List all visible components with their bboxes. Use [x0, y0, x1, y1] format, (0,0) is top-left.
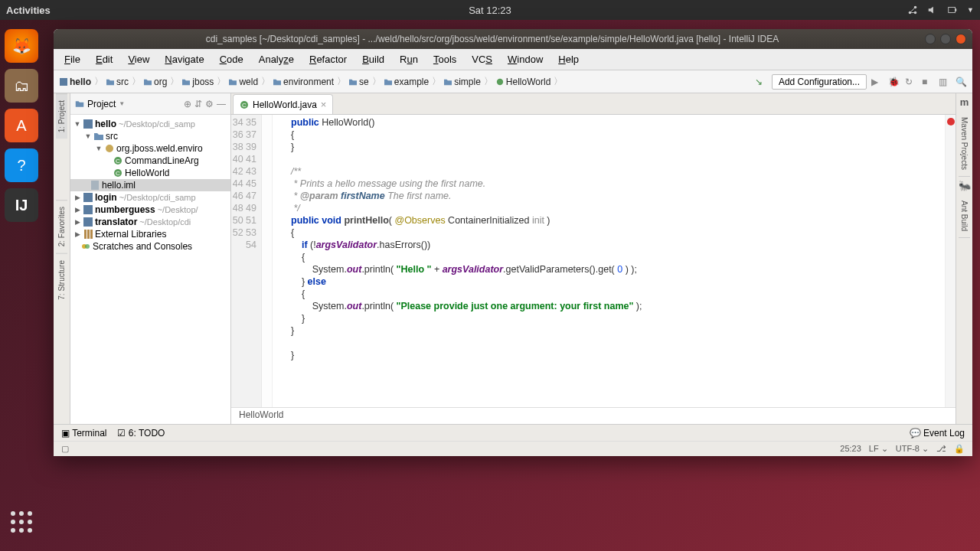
class-icon: C — [113, 168, 122, 178]
minimize-button[interactable] — [925, 34, 936, 44]
tool-todo[interactable]: ☑ 6: TODO — [117, 428, 165, 439]
tool-structure[interactable]: 7: Structure — [56, 253, 67, 306]
firefox-icon[interactable]: 🦊 — [5, 29, 38, 63]
gear-icon[interactable]: ⚙ — [205, 99, 214, 109]
module-translator[interactable]: ▶translator ~/Desktop/cdi — [70, 216, 230, 228]
clock[interactable]: Sat 12:23 — [469, 5, 511, 16]
close-tab-icon[interactable]: × — [321, 99, 327, 110]
debug-icon[interactable]: 🐞 — [888, 76, 900, 88]
menu-vcs[interactable]: VCS — [466, 52, 498, 67]
folder-src[interactable]: ▼src — [70, 130, 230, 142]
network-icon — [907, 5, 918, 15]
project-header[interactable]: Project ▼ ⊕ ⇵ ⚙ — — [70, 93, 230, 115]
activities-button[interactable]: Activities — [6, 5, 51, 16]
target-icon[interactable]: ⊕ — [184, 99, 191, 109]
menu-refactor[interactable]: Refactor — [303, 52, 353, 67]
stop-icon[interactable]: ■ — [922, 76, 934, 88]
close-button[interactable] — [956, 34, 966, 44]
breadcrumb-bar[interactable]: HelloWorld — [231, 407, 956, 424]
file-hello-iml[interactable]: hello.iml — [70, 179, 230, 191]
svg-rect-15 — [83, 205, 93, 214]
encoding[interactable]: UTF-8 ⌄ — [896, 444, 929, 454]
titlebar[interactable]: cdi_samples [~/Desktop/cdi_samples] - ..… — [54, 29, 972, 49]
right-tool-strip: m Maven Projects 🐜 Ant Build — [956, 93, 972, 424]
bottom-tool-strip: ▣ Terminal ☑ 6: TODO 💬 Event Log — [54, 424, 972, 441]
add-configuration-button[interactable]: Add Configuration... — [772, 74, 867, 90]
software-icon[interactable]: A — [5, 109, 38, 142]
class-commandlineargs[interactable]: CCommandLineArg — [70, 155, 230, 167]
svg-rect-18 — [87, 230, 90, 239]
collapse-icon[interactable]: ⇵ — [194, 99, 202, 109]
menu-file[interactable]: File — [58, 52, 87, 67]
code-editor[interactable]: 34 35 36 37 38 39 40 41 42 43 44 45 46 4… — [231, 115, 956, 407]
tool-eventlog[interactable]: 💬 Event Log — [910, 428, 965, 439]
menu-analyze[interactable]: Analyze — [253, 52, 300, 67]
lock-icon[interactable]: 🔒 — [954, 444, 965, 454]
git-icon[interactable]: ⎇ — [936, 444, 946, 454]
help-icon[interactable]: ? — [5, 148, 38, 182]
menu-help[interactable]: Help — [552, 52, 585, 67]
menubar: File Edit View Navigate Code Analyze Ref… — [54, 49, 972, 70]
source-code[interactable]: public HelloWorld() { } /** * Prints a h… — [273, 115, 945, 407]
status-icon[interactable]: ▢ — [61, 444, 69, 454]
tab-helloworld[interactable]: C HelloWorld.java × — [233, 94, 333, 114]
editor-area: C HelloWorld.java × 34 35 36 37 38 39 40… — [231, 93, 956, 424]
class-icon: C — [113, 156, 122, 165]
svg-point-6 — [497, 78, 503, 84]
breadcrumb[interactable]: hello〉src〉org〉jboss〉weld〉environment〉se〉… — [58, 75, 564, 88]
tool-project[interactable]: 1: Project — [56, 93, 67, 139]
svg-rect-7 — [83, 119, 93, 129]
menu-run[interactable]: Run — [394, 52, 424, 67]
build-icon[interactable]: ↘ — [755, 76, 767, 88]
dock: 🦊 🗂 A ? IJ — [0, 20, 43, 551]
rerun-icon[interactable]: ↻ — [905, 76, 917, 88]
intellij-icon[interactable]: IJ — [5, 188, 38, 222]
menu-code[interactable]: Code — [214, 52, 250, 67]
module-login[interactable]: ▶login ~/Desktop/cdi_samp — [70, 191, 230, 204]
module-icon — [83, 119, 93, 129]
fold-gutter[interactable] — [262, 115, 273, 407]
layout-icon[interactable]: ▥ — [939, 76, 951, 88]
error-marker-icon[interactable] — [947, 118, 955, 126]
window-controls — [925, 34, 966, 44]
tool-terminal[interactable]: ▣ Terminal — [61, 428, 106, 439]
tool-favorites[interactable]: 2: Favorites — [56, 200, 67, 253]
line-separator[interactable]: LF ⌄ — [869, 444, 888, 454]
files-icon[interactable]: 🗂 — [5, 69, 38, 103]
tool-ant[interactable]: Ant Build — [959, 194, 970, 238]
package-icon — [105, 144, 114, 153]
svg-text:C: C — [242, 102, 247, 109]
error-stripe[interactable] — [945, 115, 956, 407]
maximize-button[interactable] — [940, 34, 951, 44]
scratches[interactable]: Scratches and Consoles — [70, 240, 230, 253]
search-icon[interactable]: 🔍 — [956, 76, 968, 88]
menu-view[interactable]: View — [122, 52, 155, 67]
svg-rect-17 — [84, 230, 87, 239]
package-node[interactable]: ▼org.jboss.weld.enviro — [70, 142, 230, 155]
menu-window[interactable]: Window — [501, 52, 549, 67]
menu-navigate[interactable]: Navigate — [158, 52, 210, 67]
menu-edit[interactable]: Edit — [90, 52, 119, 67]
app-grid-icon[interactable] — [5, 505, 38, 539]
left-tool-strip: 1: Project 2: Favorites 7: Structure — [54, 93, 70, 424]
minimize-pane-icon[interactable]: — — [217, 99, 226, 109]
class-helloworld[interactable]: CHelloWorld — [70, 167, 230, 179]
file-icon — [90, 181, 100, 190]
external-libraries[interactable]: ▶External Libraries — [70, 228, 230, 240]
menu-tools[interactable]: Tools — [427, 52, 462, 67]
project-pane: Project ▼ ⊕ ⇵ ⚙ — ▼hello ~/Desktop/cdi_s… — [70, 93, 231, 424]
module-numberguess[interactable]: ▶numberguess ~/Desktop/ — [70, 204, 230, 216]
maven-m-icon: m — [960, 93, 969, 111]
project-label: Project — [87, 99, 116, 109]
scratch-icon — [81, 242, 90, 251]
menu-build[interactable]: Build — [356, 52, 390, 67]
run-icon[interactable]: ▶ — [871, 76, 884, 88]
project-tree[interactable]: ▼hello ~/Desktop/cdi_samp ▼src ▼org.jbos… — [70, 115, 230, 256]
module-hello[interactable]: ▼hello ~/Desktop/cdi_samp — [70, 118, 230, 130]
window-title: cdi_samples [~/Desktop/cdi_samples] - ..… — [60, 34, 925, 44]
intellij-window: cdi_samples [~/Desktop/cdi_samples] - ..… — [54, 29, 972, 456]
tool-maven[interactable]: Maven Projects — [959, 111, 970, 177]
cursor-position[interactable]: 25:23 — [840, 444, 861, 454]
system-tray[interactable]: ▼ — [907, 5, 974, 15]
module-icon — [83, 217, 93, 227]
